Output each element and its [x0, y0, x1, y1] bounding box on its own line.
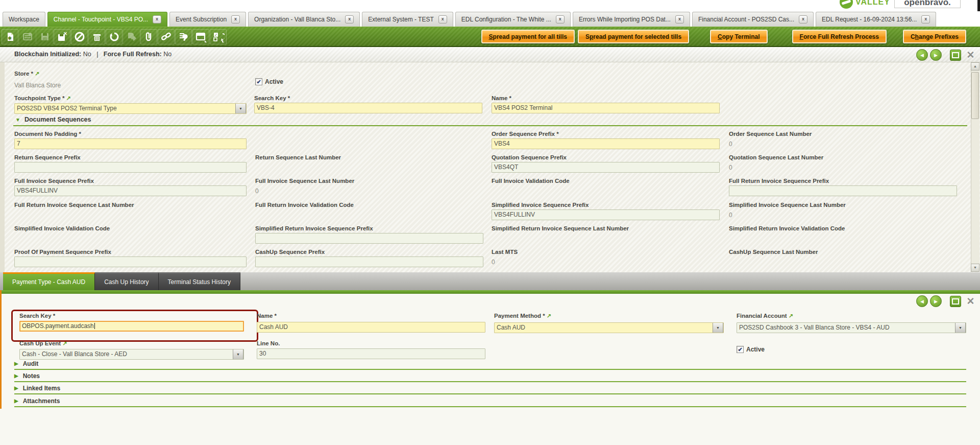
quotation-sequence-prefix-input[interactable]: VBS4QT	[492, 162, 720, 173]
window-edge	[977, 0, 980, 11]
field-quotation-sequence-last-number: Quotation Sequence Last Number 0	[729, 154, 957, 171]
cancel-icon[interactable]	[71, 29, 88, 44]
previous-record-icon[interactable]: ◀	[916, 295, 928, 307]
next-record-icon[interactable]: ▶	[930, 49, 942, 61]
form-window-icon[interactable]	[192, 29, 209, 44]
close-tab-icon[interactable]: x	[231, 15, 240, 24]
spread-payment-selected-tills-button[interactable]: Spread payment for selected tills	[578, 30, 689, 43]
delete-icon[interactable]	[88, 29, 105, 44]
section-notes[interactable]: ▶Notes	[14, 370, 966, 382]
close-form-icon[interactable]: ✕	[965, 50, 976, 60]
child-tab-payment-type[interactable]: Payment Type - Cash AUD	[3, 272, 95, 290]
next-record-icon[interactable]: ▶	[930, 295, 942, 307]
tab-external-system[interactable]: External System - TESTx	[362, 12, 453, 27]
simplified-return-invoice-sequence-prefix-input[interactable]	[255, 233, 483, 244]
close-form-icon[interactable]: ✕	[965, 296, 976, 307]
financial-account-label: Financial Account	[737, 313, 787, 319]
simplified-invoice-sequence-prefix-input[interactable]: VBS4FULLINV	[492, 209, 720, 220]
attachment-icon[interactable]	[140, 29, 157, 44]
maximize-icon[interactable]	[950, 50, 961, 61]
scroll-down-icon[interactable]: ▼	[971, 264, 979, 272]
maximize-icon[interactable]	[950, 296, 961, 307]
payment-method-label: Payment Method *	[494, 313, 545, 319]
tab-organization[interactable]: Organization - Vall Blanca Sto...x	[248, 12, 360, 27]
close-tab-icon[interactable]: x	[438, 15, 447, 24]
force-full-refresh-button[interactable]: Force Full Refresh Process	[792, 30, 887, 43]
field-full-return-invoice-validation-code: Full Return Invoice Validation Code	[255, 202, 483, 208]
name-input[interactable]: VBS4 POS2 Terminal	[492, 103, 720, 113]
link-arrow-icon[interactable]: ↗	[66, 95, 71, 101]
form-scrollbar-thumb[interactable]	[971, 72, 979, 119]
proof-of-payment-sequence-prefix-input[interactable]	[14, 256, 247, 267]
cashup-sequence-prefix-input[interactable]	[255, 256, 483, 267]
section-attachments[interactable]: ▶Attachments	[14, 395, 966, 407]
full-invoice-sequence-prefix-input[interactable]: VBS4FULLINV	[14, 185, 247, 196]
search-key-input[interactable]: VBS-4	[254, 103, 482, 113]
change-prefixes-button[interactable]: Change Prefixes	[903, 30, 966, 43]
child-tab-cash-up-history[interactable]: Cash Up History	[95, 272, 158, 290]
field-full-invoice-sequence-prefix: Full Invoice Sequence Prefix VBS4FULLINV	[14, 178, 247, 196]
previous-record-icon[interactable]: ◀	[916, 49, 928, 61]
field-active: ✔ Active	[255, 78, 283, 85]
toggle-view-icon[interactable]: ✓	[210, 29, 227, 44]
section-document-sequences[interactable]: ▼ Document Sequences	[15, 116, 91, 123]
document-no-padding-input[interactable]: 7	[14, 138, 247, 149]
financial-account-select[interactable]: POS2SD Cashbook 3 - Vall Blanca Store - …	[737, 322, 966, 333]
tab-edl-configuration[interactable]: EDL Configuration - The White ...x	[455, 12, 571, 27]
new-record-icon[interactable]: ✱	[2, 29, 18, 44]
close-tab-icon[interactable]: x	[556, 15, 565, 24]
child-form-nav-controls: ◀ ▶ ✕	[916, 295, 976, 307]
close-tab-icon[interactable]: x	[153, 15, 161, 24]
main-tab-bar: Workspace Channel - Touchpoint - VBS4 PO…	[0, 11, 980, 27]
payment-search-key-label: Search Key *	[19, 313, 244, 319]
return-sequence-prefix-input[interactable]	[14, 162, 247, 173]
field-payment-name: Name * Cash AUD	[257, 313, 485, 333]
full-return-invoice-sequence-prefix-input[interactable]	[729, 185, 957, 196]
field-document-no-padding: Document No Padding * 7	[14, 131, 247, 149]
tab-workspace[interactable]: Workspace	[3, 12, 45, 27]
link-arrow-icon[interactable]: ↗	[547, 313, 551, 319]
triangle-right-icon: ▶	[14, 385, 18, 391]
close-tab-icon[interactable]: x	[345, 15, 354, 24]
link-arrow-icon[interactable]: ↗	[35, 71, 39, 77]
section-audit[interactable]: ▶Audit	[14, 358, 966, 370]
field-simplified-return-invoice-validation-code: Simplified Return Invoice Validation Cod…	[729, 225, 957, 231]
touchpoint-type-select[interactable]: POS2SD VBS4 POS2 Terminal Type▼	[14, 103, 247, 114]
save-close-icon[interactable]: ✕	[54, 29, 70, 44]
tab-errors-importing-pos[interactable]: Errors While Importing POS Dat...x	[573, 12, 690, 27]
active-checkbox[interactable]: ✔	[255, 78, 262, 85]
line-no-input[interactable]: 30	[257, 348, 485, 359]
section-linked-items[interactable]: ▶Linked Items	[14, 383, 966, 394]
scroll-up-icon[interactable]: ▲	[971, 62, 979, 71]
close-tab-icon[interactable]: x	[675, 15, 684, 24]
link-arrow-icon[interactable]: ↗	[62, 340, 67, 346]
tools-icon[interactable]	[175, 29, 192, 44]
tab-channel-touchpoint[interactable]: Channel - Touchpoint - VBS4 PO...x	[47, 12, 167, 27]
status-label: Force Full Refresh:	[104, 51, 162, 58]
payment-name-input[interactable]: Cash AUD	[257, 322, 485, 333]
field-full-return-invoice-sequence-last-number: Full Return Invoice Sequence Last Number	[14, 202, 247, 212]
active-checkbox[interactable]: ✔	[737, 346, 744, 353]
field-order-sequence-prefix: Order Sequence Prefix * VBS4	[492, 131, 720, 149]
chevron-down-icon[interactable]: ▼	[955, 322, 966, 333]
close-tab-icon[interactable]: x	[921, 15, 930, 24]
order-sequence-prefix-input[interactable]: VBS4	[492, 138, 720, 149]
payment-method-select[interactable]: Cash AUD▼	[494, 322, 724, 333]
chevron-down-icon[interactable]: ▼	[235, 103, 246, 114]
triangle-down-icon: ▼	[15, 117, 20, 123]
chevron-down-icon[interactable]: ▼	[713, 322, 723, 333]
refresh-icon[interactable]	[106, 29, 122, 44]
spread-payment-all-tills-button[interactable]: Spread payment for all tills	[481, 30, 575, 43]
tab-event-subscription[interactable]: Event Subscriptionx	[169, 12, 246, 27]
tab-financial-account[interactable]: Financial Account - POS2SD Cas...x	[692, 12, 814, 27]
link-icon[interactable]	[158, 29, 175, 44]
field-payment-active: ✔ Active	[737, 346, 765, 353]
payment-search-key-input[interactable]: OBPOS.payment.audcash	[19, 321, 244, 332]
section-underline	[13, 125, 967, 126]
link-arrow-icon[interactable]: ↗	[789, 313, 793, 319]
child-tab-terminal-status-history[interactable]: Terminal Status History	[159, 272, 240, 290]
copy-terminal-button[interactable]: Copy Terminal	[710, 30, 767, 43]
close-tab-icon[interactable]: x	[799, 15, 807, 24]
field-search-key: Search Key * VBS-4	[254, 95, 482, 113]
tab-edl-request[interactable]: EDL Request - 16-09-2024 13:56...x	[816, 12, 936, 27]
